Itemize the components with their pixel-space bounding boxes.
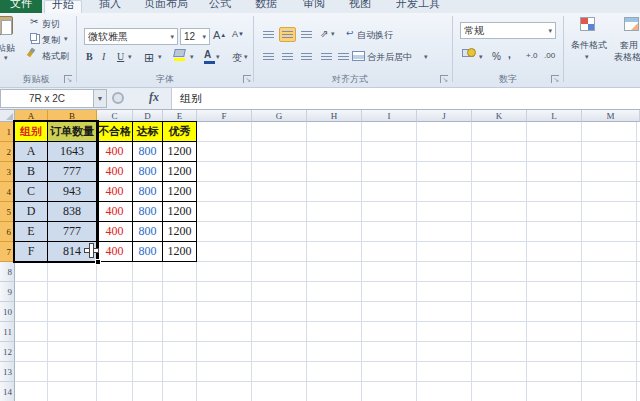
cell-a5[interactable]: D bbox=[15, 202, 48, 222]
empty-grid-area[interactable] bbox=[197, 122, 640, 401]
cell-d3[interactable]: 800 bbox=[133, 162, 163, 182]
cell-e2[interactable]: 1200 bbox=[163, 142, 197, 162]
tab-insert[interactable]: 插入 bbox=[93, 0, 127, 13]
formula-bar-collapsed-button[interactable] bbox=[112, 92, 124, 104]
name-box-dropdown-arrow[interactable]: ▼ bbox=[94, 89, 107, 108]
cell-c1[interactable]: 不合格 bbox=[97, 122, 133, 142]
row-header-9[interactable]: 9 bbox=[0, 282, 15, 302]
cell-a7[interactable]: F bbox=[15, 242, 48, 262]
cell-b4[interactable]: 943 bbox=[48, 182, 97, 202]
cell-c6[interactable]: 400 bbox=[97, 222, 133, 242]
tab-home[interactable]: 开始 bbox=[44, 0, 82, 13]
orientation-icon[interactable]: ⇗ bbox=[320, 28, 328, 39]
merge-center-button[interactable]: 合并后居中 bbox=[367, 51, 412, 64]
row-header-3[interactable]: 3 bbox=[0, 162, 15, 182]
empty-grid-area[interactable] bbox=[15, 262, 197, 401]
row-header-10[interactable]: 10 bbox=[0, 302, 15, 322]
tab-page-layout[interactable]: 页面布局 bbox=[137, 0, 195, 13]
underline-dropdown-arrow[interactable]: ▾ bbox=[128, 53, 132, 61]
merge-center-icon[interactable] bbox=[352, 51, 365, 61]
cell-c4[interactable]: 400 bbox=[97, 182, 133, 202]
alignment-dialog-launcher[interactable]: ↘ bbox=[440, 75, 448, 83]
column-header-k[interactable]: K bbox=[472, 110, 527, 122]
cell-c7[interactable]: 400 bbox=[97, 242, 133, 262]
cell-d5[interactable]: 800 bbox=[133, 202, 163, 222]
align-left-button[interactable] bbox=[260, 49, 277, 64]
number-format-select[interactable]: 常规▾ bbox=[460, 22, 556, 39]
cut-button[interactable]: 剪切 bbox=[42, 18, 60, 31]
accounting-dropdown-arrow[interactable]: ▾ bbox=[479, 53, 483, 61]
column-header-g[interactable]: G bbox=[252, 110, 307, 122]
copy-button[interactable]: 复制 bbox=[42, 34, 60, 47]
select-all-corner[interactable] bbox=[0, 110, 15, 122]
cell-a4[interactable]: C bbox=[15, 182, 48, 202]
accounting-format-icon[interactable] bbox=[462, 49, 474, 57]
format-painter-button[interactable]: 格式刷 bbox=[42, 50, 69, 63]
cell-d1[interactable]: 达标 bbox=[133, 122, 163, 142]
row-header-2[interactable]: 2 bbox=[0, 142, 15, 162]
font-size-select[interactable]: 12▾ bbox=[180, 28, 210, 45]
cell-c3[interactable]: 400 bbox=[97, 162, 133, 182]
number-dialog-launcher[interactable]: ↘ bbox=[551, 75, 559, 83]
cell-d7[interactable]: 800 bbox=[133, 242, 163, 262]
phonetic-guide-button[interactable]: 变 bbox=[232, 51, 242, 65]
conditional-formatting-icon[interactable] bbox=[580, 17, 595, 31]
copy-icon[interactable] bbox=[30, 33, 37, 41]
cell-b2[interactable]: 1643 bbox=[48, 142, 97, 162]
formula-input[interactable]: 组别 bbox=[171, 88, 640, 109]
row-header-14[interactable]: 14 bbox=[0, 382, 15, 401]
cell-d2[interactable]: 800 bbox=[133, 142, 163, 162]
format-painter-icon[interactable] bbox=[29, 48, 33, 57]
insert-function-icon[interactable]: fx bbox=[149, 90, 159, 105]
column-header-l[interactable]: L bbox=[527, 110, 582, 122]
font-color-dropdown-arrow[interactable]: ▾ bbox=[216, 53, 220, 61]
cell-d4[interactable]: 800 bbox=[133, 182, 163, 202]
increase-decimal-button[interactable]: +.0 bbox=[526, 51, 537, 60]
align-right-button[interactable] bbox=[298, 49, 315, 64]
column-header-f[interactable]: F bbox=[197, 110, 252, 122]
name-box[interactable]: 7R x 2C bbox=[0, 89, 94, 108]
cell-e7[interactable]: 1200 bbox=[163, 242, 197, 262]
grow-font-button[interactable]: A▲ bbox=[213, 29, 226, 41]
tab-developer[interactable]: 开发工具 bbox=[390, 0, 446, 13]
italic-button[interactable]: I bbox=[102, 51, 105, 62]
format-as-table-icon[interactable] bbox=[624, 17, 639, 31]
copy-dropdown-arrow[interactable]: ▾ bbox=[64, 35, 68, 43]
column-header-j[interactable]: J bbox=[417, 110, 472, 122]
bottom-align-button[interactable] bbox=[298, 27, 315, 42]
cell-c5[interactable]: 400 bbox=[97, 202, 133, 222]
cell-a3[interactable]: B bbox=[15, 162, 48, 182]
wrap-text-button[interactable]: 自动换行 bbox=[357, 29, 393, 42]
cell-e4[interactable]: 1200 bbox=[163, 182, 197, 202]
row-header-11[interactable]: 11 bbox=[0, 322, 15, 342]
conditional-formatting-dropdown-arrow[interactable]: ▾ bbox=[585, 53, 589, 61]
cell-a2[interactable]: A bbox=[15, 142, 48, 162]
cell-e5[interactable]: 1200 bbox=[163, 202, 197, 222]
borders-icon[interactable]: ⊞ bbox=[144, 51, 154, 65]
column-header-h[interactable]: H bbox=[307, 110, 362, 122]
font-color-icon[interactable]: A bbox=[204, 49, 211, 60]
column-header-m[interactable]: M bbox=[582, 110, 640, 122]
paste-dropdown-arrow[interactable]: ▾ bbox=[4, 54, 8, 62]
phonetic-dropdown-arrow[interactable]: ▾ bbox=[244, 53, 248, 61]
row-header-8[interactable]: 8 bbox=[0, 262, 15, 282]
row-header-5[interactable]: 5 bbox=[0, 202, 15, 222]
row-header-6[interactable]: 6 bbox=[0, 222, 15, 242]
cell-e6[interactable]: 1200 bbox=[163, 222, 197, 242]
cell-d6[interactable]: 800 bbox=[133, 222, 163, 242]
conditional-formatting-button[interactable]: 条件格式 bbox=[566, 39, 612, 52]
cell-a1-active[interactable]: 组别 bbox=[15, 122, 48, 142]
top-align-button[interactable] bbox=[260, 27, 277, 42]
wrap-text-icon[interactable]: ↩ bbox=[346, 28, 354, 38]
cell-b5[interactable]: 838 bbox=[48, 202, 97, 222]
decrease-decimal-button[interactable]: .00 bbox=[544, 51, 555, 60]
cell-b3[interactable]: 777 bbox=[48, 162, 97, 182]
paste-icon[interactable] bbox=[0, 16, 13, 35]
align-center-button[interactable] bbox=[279, 49, 296, 64]
bold-button[interactable]: B bbox=[86, 51, 93, 62]
row-header-1[interactable]: 1 bbox=[0, 122, 15, 142]
cell-c2[interactable]: 400 bbox=[97, 142, 133, 162]
column-header-i[interactable]: I bbox=[362, 110, 417, 122]
cell-e1[interactable]: 优秀 bbox=[163, 122, 197, 142]
fill-color-icon[interactable] bbox=[174, 49, 185, 57]
